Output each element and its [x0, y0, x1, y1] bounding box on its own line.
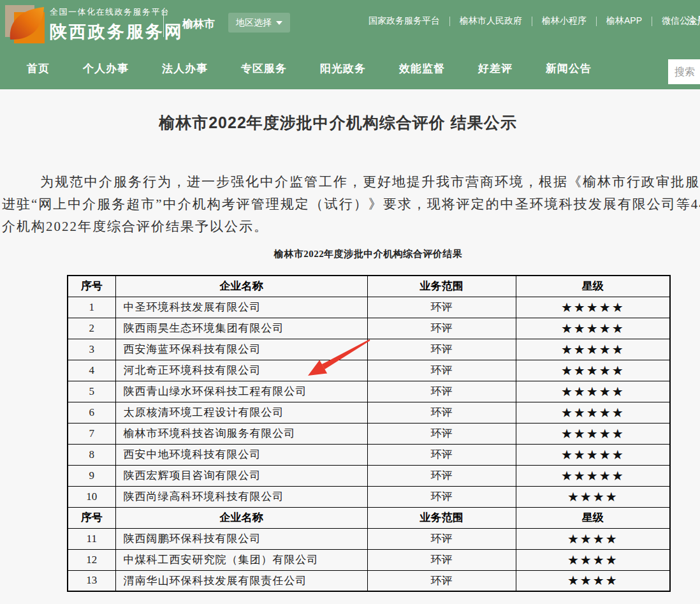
paragraph-line: 为规范中介服务行为，进一步强化中介监管工作，更好地提升我市营商环境，根据《榆林市…	[2, 171, 700, 193]
cell-business-scope: 环评	[367, 486, 516, 507]
table-row: 10陕西尚绿高科环境科技有限公司环评★★★★	[68, 486, 670, 507]
cell-star-rating: ★★★★	[516, 486, 670, 507]
table-header-row: 序号企业名称业务范围星级	[68, 276, 670, 297]
cell-index: 3	[68, 339, 115, 360]
region-selector-button[interactable]: 地区选择	[228, 13, 290, 33]
column-header: 业务范围	[367, 507, 516, 528]
nav-open-government[interactable]: 阳光政务	[320, 61, 366, 76]
cell-business-scope: 环评	[367, 549, 516, 570]
link-app[interactable]: 榆林APP	[606, 15, 642, 27]
link-separator	[652, 17, 652, 26]
nav-efficiency-supervision[interactable]: 效能监督	[399, 61, 445, 76]
cell-star-rating: ★★★★★	[516, 465, 670, 486]
cell-company-name: 陕西尚绿高科环境科技有限公司	[115, 486, 367, 507]
cell-company-name: 太原核清环境工程设计有限公司	[115, 402, 367, 423]
column-header: 企业名称	[115, 276, 367, 297]
chevron-down-icon	[276, 21, 282, 25]
cell-index: 11	[68, 528, 115, 549]
nav-legal-services[interactable]: 法人办事	[162, 61, 208, 76]
table-row: 9陕西宏辉项目咨询有限公司环评★★★★★	[68, 465, 670, 486]
cell-company-name: 中圣环境科技发展有限公司	[115, 297, 367, 318]
cell-star-rating: ★★★★	[516, 570, 670, 591]
cell-star-rating: ★★★★★	[516, 339, 670, 360]
cell-index: 4	[68, 360, 115, 381]
cell-company-name: 陕西青山绿水环保科技工程有限公司	[115, 381, 367, 402]
nav-news[interactable]: 新闻公告	[546, 61, 592, 76]
cell-company-name: 西安海蓝环保科技有限公司	[115, 339, 367, 360]
link-mini-program[interactable]: 榆林小程序	[542, 15, 587, 27]
cell-company-name: 陕西雨昊生态环境集团有限公司	[115, 318, 367, 339]
table-row: 8西安中地环境科技有限公司环评★★★★★	[68, 444, 670, 465]
table-row: 2陕西雨昊生态环境集团有限公司环评★★★★★	[68, 318, 670, 339]
cell-business-scope: 环评	[367, 339, 516, 360]
nav-personal-services[interactable]: 个人办事	[83, 61, 129, 76]
site-logo-icon	[5, 4, 45, 43]
search-input[interactable]	[668, 59, 700, 84]
column-header: 序号	[68, 276, 115, 297]
cell-index: 6	[68, 402, 115, 423]
cell-star-rating: ★★★★	[516, 549, 670, 570]
cell-business-scope: 环评	[367, 297, 516, 318]
cell-company-name: 中煤科工西安研究院（集团）有限公司	[115, 549, 367, 570]
cell-business-scope: 环评	[367, 465, 516, 486]
announcement-paragraph: 为规范中介服务行为，进一步强化中介监管工作，更好地提升我市营商环境，根据《榆林市…	[2, 171, 700, 238]
cell-index: 10	[68, 486, 115, 507]
results-table-body: 序号企业名称业务范围星级1中圣环境科技发展有限公司环评★★★★★2陕西雨昊生态环…	[68, 276, 670, 591]
current-city[interactable]: 榆林市	[182, 17, 215, 31]
link-separator	[596, 17, 597, 26]
cell-index: 9	[68, 465, 115, 486]
column-header: 业务范围	[367, 276, 516, 297]
cell-star-rating: ★★★★★	[516, 318, 670, 339]
results-table: 序号企业名称业务范围星级1中圣环境科技发展有限公司环评★★★★★2陕西雨昊生态环…	[67, 275, 671, 592]
table-row: 6太原核清环境工程设计有限公司环评★★★★★	[68, 402, 670, 423]
cell-business-scope: 环评	[367, 570, 516, 591]
header-links: 国家政务服务平台 榆林市人民政府 榆林小程序 榆林APP 微信公众号	[368, 15, 700, 27]
table-header-row: 序号企业名称业务范围星级	[68, 507, 670, 528]
table-row: 7榆林市环境科技咨询服务有限公司环评★★★★★	[68, 423, 670, 444]
nav-zone-services[interactable]: 专区服务	[241, 61, 287, 76]
cell-business-scope: 环评	[367, 318, 516, 339]
table-row: 12中煤科工西安研究院（集团）有限公司环评★★★★	[68, 549, 670, 570]
cell-company-name: 榆林市环境科技咨询服务有限公司	[115, 423, 367, 444]
column-header: 星级	[516, 507, 670, 528]
table-row: 3西安海蓝环保科技有限公司环评★★★★★	[68, 339, 670, 360]
cell-index: 13	[68, 570, 115, 591]
site-header: 全国一体化在线政务服务平台 陕西政务服务网 榆林市 地区选择 国家政务服务平台 …	[0, 0, 700, 89]
cell-index: 7	[68, 423, 115, 444]
cell-index: 1	[68, 297, 115, 318]
cell-business-scope: 环评	[367, 360, 516, 381]
cell-star-rating: ★★★★★	[516, 423, 670, 444]
cell-star-rating: ★★★★★	[516, 402, 670, 423]
cell-star-rating: ★★★★★	[516, 444, 670, 465]
cell-star-rating: ★★★★★	[516, 360, 670, 381]
column-header: 星级	[516, 276, 670, 297]
link-separator	[449, 17, 450, 26]
link-national-platform[interactable]: 国家政务服务平台	[368, 15, 440, 27]
cell-business-scope: 环评	[367, 444, 516, 465]
table-caption: 榆林市2022年度涉批中介机构综合评价结果	[67, 248, 669, 260]
register-link[interactable]: 注册	[687, 15, 700, 28]
table-row: 5陕西青山绿水环保科技工程有限公司环评★★★★★	[68, 381, 670, 402]
cell-star-rating: ★★★★	[516, 528, 670, 549]
nav-home[interactable]: 首页	[27, 61, 50, 76]
link-city-government[interactable]: 榆林市人民政府	[460, 15, 522, 27]
cell-star-rating: ★★★★★	[516, 381, 670, 402]
paragraph-line: 介机构2022年度综合评价结果予以公示。	[2, 216, 700, 238]
cell-company-name: 渭南华山环保科技发展有限责任公司	[115, 570, 367, 591]
table-row: 13渭南华山环保科技发展有限责任公司环评★★★★	[68, 570, 670, 591]
nav-rating[interactable]: 好差评	[478, 61, 513, 76]
cell-star-rating: ★★★★★	[516, 297, 670, 318]
column-header: 企业名称	[115, 507, 367, 528]
cell-index: 12	[68, 549, 115, 570]
table-row: 1中圣环境科技发展有限公司环评★★★★★	[68, 297, 670, 318]
cell-index: 8	[68, 444, 115, 465]
table-row: 11陕西阔鹏环保科技有限公司环评★★★★	[68, 528, 670, 549]
paragraph-line: 进驻“网上中介服务超市”中介机构考评管理规定（试行）》要求，现将评定的中圣环境科…	[2, 193, 700, 216]
cell-business-scope: 环评	[367, 381, 516, 402]
link-separator	[532, 17, 532, 26]
cell-business-scope: 环评	[367, 423, 516, 444]
region-selector-label: 地区选择	[236, 17, 272, 29]
brand-divider	[163, 10, 164, 37]
cell-business-scope: 环评	[367, 402, 516, 423]
cell-company-name: 河北奇正环境科技有限公司	[115, 360, 367, 381]
